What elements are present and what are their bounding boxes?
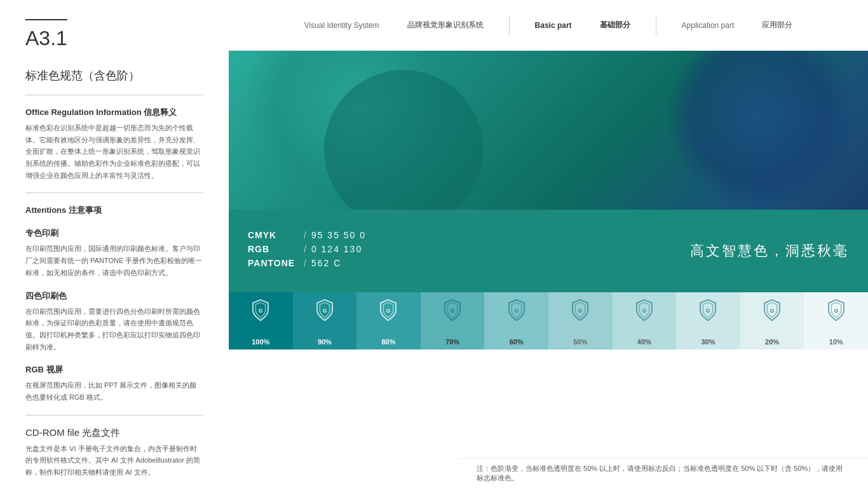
office-info-body: 标准色彩在识别系统中是超越一切形态而为先的个性载体。它能有效地区分与强调形象的差… — [25, 122, 203, 181]
sub3-body: 在视屏范围内应用，比如 PPT 展示文件，图像相关的颜色也要转化成 RGB 格式… — [25, 379, 203, 403]
shield-icon: G — [505, 299, 528, 324]
nav-divider-2 — [656, 16, 656, 35]
svg-text:G: G — [386, 308, 391, 314]
svg-text:G: G — [642, 308, 647, 314]
cmyk-row: CMYK / 95 35 50 0 — [248, 230, 366, 240]
cdrom-title: CD-ROM file 光盘文件 — [25, 427, 203, 439]
pantone-label: PANTONE — [248, 258, 299, 268]
svg-text:G: G — [323, 308, 327, 314]
nav-application-part-en: Application part — [682, 21, 735, 30]
swatch-item: G 60% — [484, 292, 548, 349]
hero-circle-2 — [665, 51, 855, 210]
svg-text:G: G — [834, 308, 838, 314]
nav-divider — [509, 16, 510, 35]
shield-icon: G — [761, 299, 783, 324]
svg-text:G: G — [770, 308, 775, 314]
swatch-label: 80% — [381, 338, 395, 346]
nav-application-part-zh: 应用部分 — [762, 20, 792, 30]
swatch-item: G 10% — [804, 292, 868, 349]
rgb-values: 0 124 130 — [311, 244, 362, 254]
shield-icon: G — [696, 299, 719, 324]
swatch-label: 30% — [701, 338, 715, 346]
office-info-title: Office Regulation Information 信息释义 — [25, 107, 203, 118]
rgb-row: RGB / 0 124 130 — [248, 244, 366, 254]
svg-text:G: G — [706, 308, 710, 314]
swatches-area: G 100% G 90% G 80% G 70% G 60% — [229, 292, 868, 349]
left-panel: A3.1 标准色规范（含色阶） Office Regulation Inform… — [0, 0, 229, 488]
swatch-label: 50% — [573, 338, 587, 346]
swatch-item: G 30% — [676, 292, 740, 349]
swatch-item: G 50% — [548, 292, 613, 349]
shield-icon: G — [825, 299, 848, 324]
shield-icon: G — [633, 299, 656, 324]
swatch-item: G 100% — [229, 292, 293, 349]
shield-icon: G — [249, 299, 272, 324]
nav-basic-part-zh: 基础部分 — [600, 20, 630, 30]
svg-text:G: G — [451, 308, 455, 314]
sub3-title: RGB 视屏 — [25, 364, 203, 376]
shield-icon: G — [377, 299, 400, 324]
hero-area — [229, 51, 868, 210]
swatch-label: 100% — [252, 338, 269, 346]
nav-visual-identity-zh: 品牌视觉形象识别系统 — [407, 20, 484, 30]
swatch-label: 40% — [637, 338, 651, 346]
bottom-note: 注：色阶渐变，当标准色透明度在 50% 以上时，请使用标志反白；当标准色透明度在… — [458, 458, 868, 488]
swatch-item: G 80% — [356, 292, 421, 349]
nav-items: Visual Identity System 品牌视觉形象识别系统 Basic … — [304, 16, 793, 35]
attentions-title: Attentions 注意事项 — [25, 205, 203, 216]
rgb-label: RGB — [248, 244, 299, 254]
swatch-item: G 90% — [293, 292, 357, 349]
nav-basic-part-en: Basic part — [535, 21, 572, 30]
color-specs: CMYK / 95 35 50 0 RGB / 0 124 130 PANTON… — [248, 230, 366, 272]
swatch-label: 20% — [765, 338, 779, 346]
swatch-item: G 40% — [613, 292, 677, 349]
swatch-item: G 20% — [740, 292, 804, 349]
color-info-area: CMYK / 95 35 50 0 RGB / 0 124 130 PANTON… — [229, 210, 868, 292]
swatch-label: 90% — [318, 338, 332, 346]
sub2-body: 在印刷范围内应用，需要进行四色分色印刷时所需的颜色标准，为保证印刷的色彩质量，请… — [25, 306, 203, 353]
swatch-label: 70% — [445, 338, 459, 346]
divider-3 — [25, 415, 203, 416]
shield-icon: G — [441, 299, 464, 324]
svg-text:G: G — [578, 308, 583, 314]
swatch-label: 10% — [829, 338, 843, 346]
cmyk-label: CMYK — [248, 230, 299, 240]
cmyk-values: 95 35 50 0 — [311, 230, 366, 240]
divider-2 — [25, 193, 203, 193]
sub1-body: 在印刷范围内应用，国际通用的印刷颜色标准。客户与印厂之间需要有统一的 PANTO… — [25, 243, 203, 278]
section-title: 标准色规范（含色阶） — [25, 68, 203, 83]
pantone-values: 562 C — [311, 258, 341, 268]
color-tagline: 高文智慧色，洞悉秋毫 — [690, 241, 849, 261]
cdrom-body: 光盘文件是本 VI 手册电子文件的集合，内含手册制作时的专用软件格式文件。其中 … — [25, 443, 203, 478]
swatch-label: 60% — [510, 338, 524, 346]
page-number: A3.1 — [25, 19, 67, 50]
divider-1 — [25, 95, 203, 95]
right-content: CMYK / 95 35 50 0 RGB / 0 124 130 PANTON… — [229, 51, 868, 488]
sub1-title: 专色印刷 — [25, 227, 203, 239]
shield-icon: G — [313, 299, 336, 324]
pantone-row: PANTONE / 562 C — [248, 258, 366, 268]
top-nav: Visual Identity System 品牌视觉形象识别系统 Basic … — [229, 0, 868, 51]
nav-visual-identity-en: Visual Identity System — [304, 21, 379, 30]
svg-text:G: G — [514, 308, 519, 314]
swatch-item: G 70% — [421, 292, 485, 349]
shield-icon: G — [569, 299, 592, 324]
svg-text:G: G — [259, 308, 263, 314]
sub2-title: 四色印刷色 — [25, 290, 203, 302]
